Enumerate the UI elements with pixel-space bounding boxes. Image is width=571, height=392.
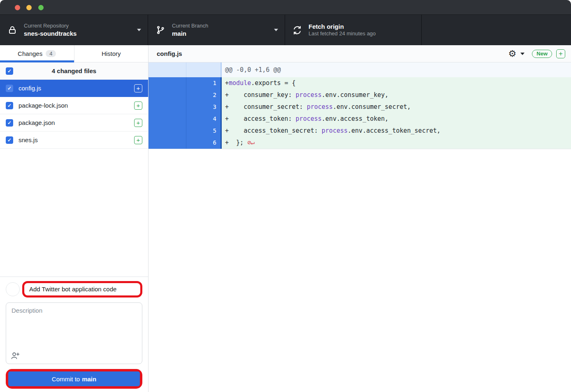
commit-panel: Add Twitter bot application code Descrip…	[0, 277, 148, 392]
sync-icon	[292, 25, 302, 35]
diff-line: 6+ }; ⊘↵	[149, 137, 571, 149]
diff-empty-area	[149, 149, 571, 392]
diff-line-code: + }; ⊘↵	[222, 137, 571, 149]
code-segment: .env.consumer_secret,	[333, 103, 411, 111]
added-file-icon[interactable]: +	[134, 136, 142, 144]
file-name: snes.js	[19, 136, 129, 143]
code-segment: + consumer_secret:	[225, 103, 307, 111]
added-file-icon[interactable]: +	[556, 49, 565, 58]
old-line-number	[149, 125, 186, 137]
file-row[interactable]: ✓package.json+	[0, 114, 148, 131]
check-icon: ✓	[7, 103, 12, 108]
code-segment: + consumer_key:	[225, 91, 296, 99]
diff-line-code: + consumer_key: process.env.consumer_key…	[222, 89, 571, 101]
file-checkbox[interactable]: ✓	[6, 85, 13, 92]
diff-line-gutter[interactable]: 3	[149, 101, 222, 113]
code-segment: + };	[225, 139, 247, 146]
hunk-gutter	[149, 62, 222, 77]
changes-sidebar: Changes 4 History ✓ 4 changed files ✓con…	[0, 45, 149, 392]
file-checkbox[interactable]: ✓	[6, 102, 13, 109]
highlight-annotation-summary: Add Twitter bot application code	[22, 281, 142, 297]
lock-icon	[7, 25, 17, 35]
sidebar-tabbar: Changes 4 History	[0, 45, 148, 62]
current-branch-dropdown[interactable]: Current Branch main	[148, 15, 285, 45]
commit-description-input[interactable]: Description	[6, 302, 142, 364]
chevron-down-icon[interactable]	[520, 53, 525, 55]
diff-line-code: + consumer_secret: process.env.consumer_…	[222, 101, 571, 113]
fetch-origin-title: Fetch origin	[309, 23, 376, 31]
current-repository-dropdown[interactable]: Current Repository snes-soundtracks	[0, 15, 148, 45]
file-row[interactable]: ✓snes.js+	[0, 131, 148, 149]
added-file-icon[interactable]: +	[134, 119, 142, 127]
old-line-number	[149, 101, 186, 113]
changed-files-summary: 4 changed files	[52, 67, 96, 74]
code-segment: .env.consumer_key,	[322, 91, 389, 99]
changes-count-badge: 4	[46, 50, 56, 57]
chevron-down-icon	[137, 29, 141, 31]
diff-line-gutter[interactable]: 5	[149, 125, 222, 137]
toolbar-filler	[422, 15, 571, 45]
tab-changes[interactable]: Changes 4	[0, 45, 74, 62]
added-file-icon[interactable]: +	[134, 101, 142, 110]
file-row[interactable]: ✓package-lock.json+	[0, 97, 148, 114]
diff-line: 3+ consumer_secret: process.env.consumer…	[149, 101, 571, 113]
diff-lines: 1+module.exports = {2+ consumer_key: pro…	[149, 77, 571, 149]
code-segment: module	[229, 79, 251, 87]
select-all-row: ✓ 4 changed files	[0, 62, 148, 80]
diff-line-gutter[interactable]: 6	[149, 137, 222, 149]
code-segment: process	[296, 115, 322, 122]
diff-file-title: config.js	[157, 50, 504, 57]
diff-line-gutter[interactable]: 2	[149, 89, 222, 101]
code-segment: process	[322, 127, 348, 134]
diff-line-gutter[interactable]: 4	[149, 113, 222, 125]
avatar	[6, 282, 20, 296]
code-segment: + access_token:	[225, 115, 296, 122]
hunk-header-row: @@ -0,0 +1,6 @@	[149, 62, 571, 77]
file-checkbox[interactable]: ✓	[6, 119, 13, 127]
commit-summary-input[interactable]: Add Twitter bot application code	[29, 286, 135, 293]
diff-line-gutter[interactable]: 1	[149, 77, 222, 89]
new-line-number: 1	[186, 77, 221, 89]
minimize-window-button[interactable]	[26, 5, 32, 10]
file-checkbox[interactable]: ✓	[6, 136, 13, 144]
diff-line: 2+ consumer_key: process.env.consumer_ke…	[149, 89, 571, 101]
added-file-icon[interactable]: +	[134, 84, 142, 92]
tab-changes-label: Changes	[18, 50, 42, 57]
tab-history[interactable]: History	[74, 45, 149, 62]
gear-icon[interactable]: ⚙	[508, 49, 517, 58]
github-desktop-window: Current Repository snes-soundtracks Curr…	[0, 0, 571, 392]
highlight-annotation-commit-button: Commit to main	[6, 369, 142, 389]
commit-button-branch: main	[82, 376, 96, 383]
old-line-number	[149, 77, 186, 89]
current-repository-label: Current Repository	[24, 23, 77, 30]
file-name: package.json	[19, 119, 129, 126]
add-coauthor-icon[interactable]	[11, 351, 20, 360]
code-segment: .env.access_token,	[322, 115, 389, 122]
commit-button[interactable]: Commit to main	[8, 371, 140, 386]
titlebar	[0, 0, 571, 15]
status-badge-new: New	[532, 50, 552, 58]
file-row[interactable]: ✓config.js+	[0, 80, 148, 97]
check-icon: ✓	[7, 69, 12, 74]
diff-line-code: + access_token: process.env.access_token…	[222, 113, 571, 125]
new-line-number: 2	[186, 89, 221, 101]
code-segment: +	[225, 79, 229, 87]
close-window-button[interactable]	[15, 5, 20, 10]
current-repository-value: snes-soundtracks	[24, 30, 77, 38]
zoom-window-button[interactable]	[38, 5, 44, 10]
select-all-checkbox[interactable]: ✓	[6, 67, 13, 75]
diff-line: 4+ access_token: process.env.access_toke…	[149, 113, 571, 125]
chevron-down-icon	[274, 29, 278, 31]
fetch-origin-button[interactable]: Fetch origin Last fetched 24 minutes ago	[285, 15, 422, 45]
new-line-number: 5	[186, 125, 221, 137]
new-line-number: 3	[186, 101, 221, 113]
diff-line-code: + access_token_secret: process.env.acces…	[222, 125, 571, 137]
file-name: package-lock.json	[19, 102, 129, 109]
git-branch-icon	[156, 25, 165, 35]
diff-header: config.js ⚙ New +	[149, 45, 571, 62]
new-line-number: 6	[186, 137, 221, 149]
current-branch-value: main	[172, 30, 208, 38]
old-line-number	[149, 89, 186, 101]
diff-panel: config.js ⚙ New + @@ -0,0 +1,6 @@ 1+modu…	[149, 45, 571, 392]
diff-line: 1+module.exports = {	[149, 77, 571, 89]
